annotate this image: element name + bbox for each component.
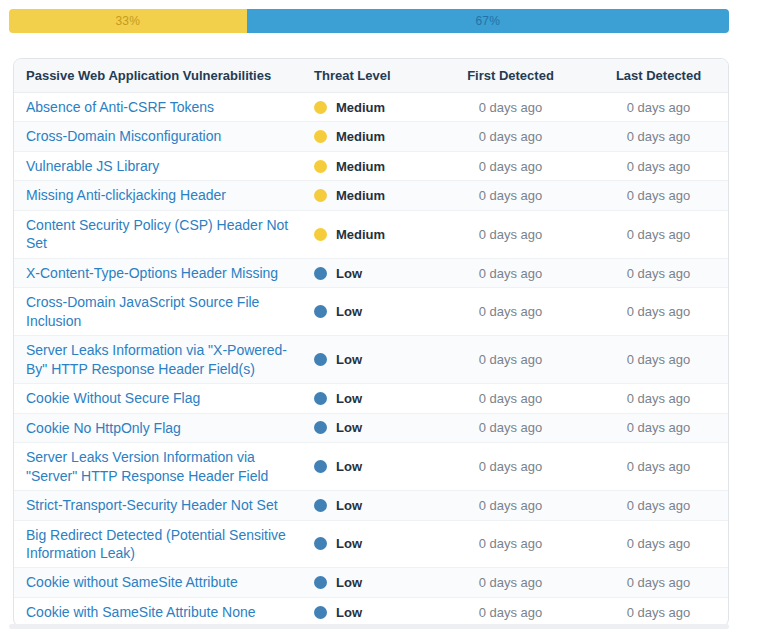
threat-level-cell: Low	[314, 575, 432, 590]
threat-level-dot-icon	[314, 160, 327, 173]
page: 33% 67% Passive Web Application Vulnerab…	[0, 0, 766, 634]
threat-level-dot-icon	[314, 305, 327, 318]
threat-level-label: Low	[336, 352, 362, 367]
last-detected-value: 0 days ago	[589, 100, 728, 115]
first-detected-value: 0 days ago	[432, 100, 589, 115]
threat-level-dot-icon	[314, 576, 327, 589]
first-detected-value: 0 days ago	[432, 188, 589, 203]
threat-level-dot-icon	[314, 267, 327, 280]
threat-level-dot-icon	[314, 101, 327, 114]
threat-level-label: Low	[336, 391, 362, 406]
table-row: Cross-Domain Misconfiguration Medium 0 d…	[14, 122, 728, 151]
threat-level-cell: Medium	[314, 159, 432, 174]
table-row: Content Security Policy (CSP) Header Not…	[14, 211, 728, 259]
column-header-threat-level: Threat Level	[314, 68, 432, 83]
bottom-divider-bar	[9, 624, 729, 629]
first-detected-value: 0 days ago	[432, 536, 589, 551]
threat-level-cell: Low	[314, 459, 432, 474]
threat-level-label: Low	[336, 605, 362, 620]
threat-level-label: Medium	[336, 129, 385, 144]
last-detected-value: 0 days ago	[589, 352, 728, 367]
vulnerability-name-cell: Content Security Policy (CSP) Header Not…	[14, 211, 314, 258]
vulnerability-link[interactable]: Server Leaks Version Information via "Se…	[26, 443, 304, 490]
vulnerability-link[interactable]: Cross-Domain Misconfiguration	[26, 122, 304, 150]
threat-level-cell: Low	[314, 266, 432, 281]
progress-segment-low: 67%	[247, 9, 729, 33]
threat-level-label: Low	[336, 266, 362, 281]
threat-level-label: Medium	[336, 159, 385, 174]
vulnerability-name-cell: Server Leaks Version Information via "Se…	[14, 443, 314, 490]
threat-level-cell: Low	[314, 420, 432, 435]
table-row: Missing Anti-clickjacking Header Medium …	[14, 181, 728, 210]
vulnerability-link[interactable]: Cookie with SameSite Attribute None	[26, 598, 304, 626]
threat-level-cell: Low	[314, 391, 432, 406]
threat-level-label: Low	[336, 536, 362, 551]
threat-level-cell: Low	[314, 304, 432, 319]
vulnerability-name-cell: Cookie Without Secure Flag	[14, 384, 314, 412]
last-detected-value: 0 days ago	[589, 605, 728, 620]
first-detected-value: 0 days ago	[432, 459, 589, 474]
vulnerability-link[interactable]: Cookie No HttpOnly Flag	[26, 414, 304, 442]
table-row: Vulnerable JS Library Medium 0 days ago …	[14, 152, 728, 181]
column-header-first-detected: First Detected	[432, 68, 589, 83]
threat-level-label: Low	[336, 304, 362, 319]
table-row: Cookie without SameSite Attribute Low 0 …	[14, 568, 728, 597]
vulnerability-name-cell: Cookie No HttpOnly Flag	[14, 414, 314, 442]
table-row: Server Leaks Version Information via "Se…	[14, 443, 728, 491]
vulnerability-link[interactable]: Cookie without SameSite Attribute	[26, 568, 304, 596]
first-detected-value: 0 days ago	[432, 391, 589, 406]
threat-level-cell: Low	[314, 352, 432, 367]
first-detected-value: 0 days ago	[432, 575, 589, 590]
threat-level-label: Medium	[336, 227, 385, 242]
threat-level-dot-icon	[314, 392, 327, 405]
vulnerability-name-cell: Cross-Domain Misconfiguration	[14, 122, 314, 150]
last-detected-value: 0 days ago	[589, 536, 728, 551]
vulnerability-name-cell: Missing Anti-clickjacking Header	[14, 181, 314, 209]
first-detected-value: 0 days ago	[432, 420, 589, 435]
threat-level-cell: Low	[314, 605, 432, 620]
table-row: Server Leaks Information via "X-Powered-…	[14, 336, 728, 384]
threat-level-cell: Medium	[314, 227, 432, 242]
first-detected-value: 0 days ago	[432, 605, 589, 620]
vulnerability-link[interactable]: Content Security Policy (CSP) Header Not…	[26, 211, 304, 258]
threat-level-cell: Medium	[314, 100, 432, 115]
vulnerability-link[interactable]: Vulnerable JS Library	[26, 152, 304, 180]
vulnerability-link[interactable]: Cross-Domain JavaScript Source File Incl…	[26, 288, 304, 335]
vulnerabilities-table-card: Passive Web Application Vulnerabilities …	[13, 58, 729, 627]
table-header-row: Passive Web Application Vulnerabilities …	[14, 59, 728, 93]
first-detected-value: 0 days ago	[432, 266, 589, 281]
vulnerability-link[interactable]: Cookie Without Secure Flag	[26, 384, 304, 412]
table-row: Absence of Anti-CSRF Tokens Medium 0 day…	[14, 93, 728, 122]
threat-level-cell: Medium	[314, 188, 432, 203]
vulnerability-name-cell: X-Content-Type-Options Header Missing	[14, 259, 314, 287]
vulnerability-link[interactable]: Absence of Anti-CSRF Tokens	[26, 93, 304, 121]
threat-level-label: Low	[336, 498, 362, 513]
table-row: X-Content-Type-Options Header Missing Lo…	[14, 259, 728, 288]
last-detected-value: 0 days ago	[589, 391, 728, 406]
vulnerability-name-cell: Vulnerable JS Library	[14, 152, 314, 180]
vuln-table-body: Absence of Anti-CSRF Tokens Medium 0 day…	[14, 93, 728, 626]
vulnerability-link[interactable]: Server Leaks Information via "X-Powered-…	[26, 336, 304, 383]
first-detected-value: 0 days ago	[432, 352, 589, 367]
progress-segment-label: 33%	[115, 14, 140, 28]
threat-level-label: Low	[336, 575, 362, 590]
vulnerability-name-cell: Cookie with SameSite Attribute None	[14, 598, 314, 626]
last-detected-value: 0 days ago	[589, 159, 728, 174]
vulnerability-link[interactable]: Strict-Transport-Security Header Not Set	[26, 491, 304, 519]
last-detected-value: 0 days ago	[589, 129, 728, 144]
vulnerability-link[interactable]: Missing Anti-clickjacking Header	[26, 181, 304, 209]
last-detected-value: 0 days ago	[589, 420, 728, 435]
vulnerability-link[interactable]: Big Redirect Detected (Potential Sensiti…	[26, 521, 304, 568]
last-detected-value: 0 days ago	[589, 498, 728, 513]
vulnerability-name-cell: Cookie without SameSite Attribute	[14, 568, 314, 596]
table-row: Big Redirect Detected (Potential Sensiti…	[14, 521, 728, 569]
threat-level-dot-icon	[314, 189, 327, 202]
vulnerability-name-cell: Server Leaks Information via "X-Powered-…	[14, 336, 314, 383]
threat-level-label: Low	[336, 420, 362, 435]
first-detected-value: 0 days ago	[432, 227, 589, 242]
last-detected-value: 0 days ago	[589, 304, 728, 319]
vulnerability-name-cell: Strict-Transport-Security Header Not Set	[14, 491, 314, 519]
vulnerability-link[interactable]: X-Content-Type-Options Header Missing	[26, 259, 304, 287]
column-header-last-detected: Last Detected	[589, 68, 728, 83]
threat-level-dot-icon	[314, 353, 327, 366]
